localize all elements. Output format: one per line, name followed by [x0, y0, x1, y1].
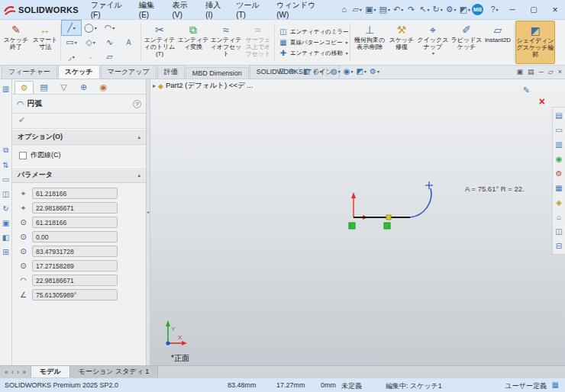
menu-edit[interactable]: 編集(E)	[134, 0, 168, 21]
center-y-field[interactable]: 22.98186671	[32, 202, 118, 214]
left-strip-icon-4[interactable]: ◫	[1, 188, 11, 200]
left-strip-icon-8[interactable]: ⊞	[1, 246, 11, 258]
right-tool-eye-icon[interactable]: ◉	[556, 153, 563, 165]
nav-first-icon[interactable]: «	[5, 368, 8, 376]
rebuild-icon[interactable]: ↻▾	[431, 2, 444, 18]
exit-sketch-button[interactable]: ✎ スケッチ終了	[2, 21, 31, 64]
smart-dimension-button[interactable]: ↔ スマート寸法	[31, 21, 60, 64]
constraint-badge[interactable]	[384, 223, 390, 229]
zoom-area-icon[interactable]: ⊕	[287, 67, 295, 76]
trim-entities-button[interactable]: ✂ エンティティのトリム(T)	[142, 21, 177, 64]
quick-snaps-button[interactable]: ⌖ クイックスナップ ▾	[415, 21, 450, 64]
doc-restore-icon[interactable]: ▱	[548, 68, 554, 76]
right-tool-grid-icon[interactable]: ▦	[555, 182, 562, 194]
doc-minimize-icon[interactable]: ─	[538, 68, 543, 76]
doc-close-icon[interactable]: ×	[558, 68, 562, 76]
coincident-marker[interactable]	[386, 215, 391, 220]
plane-tool-button[interactable]: ▱	[100, 50, 119, 64]
radius-field[interactable]: 22.98186671	[32, 275, 118, 286]
hide-show-items-icon[interactable]: ◉▾	[343, 67, 354, 76]
clipboard-icon[interactable]: ▥	[1, 82, 11, 95]
edit-appearance-icon[interactable]: ◩▾	[355, 67, 366, 76]
start-y-field[interactable]: 0.00	[32, 231, 118, 243]
filter-tab[interactable]: ▽	[54, 81, 73, 94]
maximize-button[interactable]: ▢	[524, 1, 544, 19]
display-pane-icon[interactable]: ▤	[528, 68, 534, 76]
menu-tools[interactable]: ツール(T)	[231, 0, 272, 21]
constraint-badge[interactable]	[349, 223, 355, 229]
right-tool-gear-icon[interactable]: ⚙	[556, 168, 563, 179]
left-strip-icon-6[interactable]: ▣	[1, 217, 11, 229]
left-strip-icon-7[interactable]: ◧	[1, 231, 11, 243]
tab-model[interactable]: モデル	[31, 366, 70, 378]
rapid-sketch-button[interactable]: ✐ ラピッドスケッチ	[450, 21, 483, 64]
options-section-header[interactable]: オプション(O) ▴	[12, 129, 146, 145]
units-label[interactable]: ユーザー定義	[505, 381, 547, 391]
select-icon[interactable]: ↖▾	[418, 2, 431, 18]
right-tool-collapse-icon[interactable]: ⊟	[556, 240, 562, 252]
section-view-icon[interactable]: ◧	[302, 67, 311, 76]
display-style-icon[interactable]: ◍▾	[330, 67, 341, 76]
linear-pattern-button[interactable]: ▦ 直線パターンコピー ▾	[279, 38, 349, 47]
angle-field[interactable]: 75.61305989°	[32, 289, 118, 300]
fillet-tool-button[interactable]: ◞▾	[62, 50, 81, 64]
right-tool-panes-icon[interactable]: ◫	[555, 226, 562, 237]
circle-tool-button[interactable]: ◯▾	[81, 21, 100, 35]
left-strip-icon-5[interactable]: ↻	[1, 202, 11, 214]
line-tool-button[interactable]: ╱▾	[62, 21, 81, 35]
start-x-field[interactable]: 61.218166	[32, 217, 118, 228]
right-tool-library-icon[interactable]: ▥	[555, 139, 562, 150]
convert-entities-button[interactable]: ⧉ エンティティ変換	[177, 21, 209, 64]
mirror-entities-button[interactable]: ◫ エンティティのミラー	[279, 27, 349, 36]
right-tool-list-icon[interactable]: ▤	[555, 110, 562, 121]
sketch-arc[interactable]	[410, 188, 431, 217]
minimize-button[interactable]: ─	[502, 1, 522, 19]
construction-line-checkbox[interactable]	[19, 152, 27, 159]
tab-motion-study[interactable]: モーション スタディ 1	[70, 366, 159, 378]
settings-icon[interactable]: ⚙▾	[444, 2, 458, 18]
graphics-viewport[interactable]: Y X ▸ ◆ Part2 (デフォルト) <<デ ... A = 75.61°…	[150, 79, 565, 365]
nav-prev-icon[interactable]: ‹	[11, 368, 14, 376]
save-icon[interactable]: ▣▾	[363, 2, 377, 18]
point-tool-button[interactable]: ∙	[81, 50, 100, 64]
feature-pane-icon[interactable]: ▣	[516, 68, 523, 76]
units-grid-icon[interactable]: ▦	[552, 381, 559, 389]
right-tool-folder-icon[interactable]: ▭	[555, 124, 562, 136]
feature-tree-root[interactable]: ▸ ◆ Part2 (デフォルト) <<デ ...	[153, 81, 253, 91]
tree-expand-icon[interactable]: ▸	[153, 82, 156, 89]
help-icon[interactable]: ?▾	[488, 2, 501, 18]
appearances-tab[interactable]: ◉	[94, 81, 113, 94]
tab-features[interactable]: フィーチャー	[2, 65, 57, 79]
dimxpert-tab[interactable]: ⊕	[74, 81, 93, 94]
home-icon[interactable]: ⌂	[337, 2, 350, 18]
menu-file[interactable]: ファイル(F)	[86, 0, 134, 21]
help-icon[interactable]: ?	[133, 100, 141, 108]
menu-view[interactable]: 表示(V)	[167, 0, 201, 21]
redo-icon[interactable]: ↷	[405, 2, 418, 18]
center-x-field[interactable]: 61.218166	[32, 188, 118, 199]
end-x-field[interactable]: 83.47931728	[32, 246, 118, 257]
menu-window[interactable]: ウィンドウ(W)	[272, 0, 330, 21]
ok-check-icon[interactable]: ✔	[12, 114, 146, 129]
property-manager-tab[interactable]: ⚙	[15, 81, 34, 94]
print-icon[interactable]: ▤▾	[378, 2, 392, 18]
tab-markup[interactable]: マークアップ	[101, 65, 157, 79]
zoom-fit-icon[interactable]: ⊡	[278, 67, 286, 76]
end-y-field[interactable]: 17.27158289	[32, 260, 118, 272]
rectangle-tool-button[interactable]: ▭▾	[62, 35, 81, 50]
instant2d-button[interactable]: ▱ Instant2D	[483, 21, 513, 64]
right-tool-gem-icon[interactable]: ◈	[556, 197, 562, 208]
nav-last-icon[interactable]: »	[22, 368, 26, 376]
offset-entities-button[interactable]: ≈ エンティティオフセット	[209, 21, 243, 64]
tab-evaluate[interactable]: 評価	[157, 65, 185, 79]
polygon-tool-button[interactable]: ◇▾	[81, 35, 100, 50]
view-settings-icon[interactable]: ⚙▾	[369, 67, 380, 76]
menu-insert[interactable]: 挿入(I)	[201, 0, 231, 21]
parameters-section-header[interactable]: パラメータ ▴	[12, 167, 146, 183]
open-icon[interactable]: ▱▾	[350, 2, 363, 18]
left-strip-icon-1[interactable]: ⧉	[1, 144, 11, 156]
repair-sketch-button[interactable]: ⚒ スケッチ修復	[388, 21, 415, 64]
close-button[interactable]: ×	[545, 1, 565, 19]
text-tool-button[interactable]: Ａ	[119, 35, 138, 50]
left-strip-icon-3[interactable]: ▭	[1, 173, 11, 185]
